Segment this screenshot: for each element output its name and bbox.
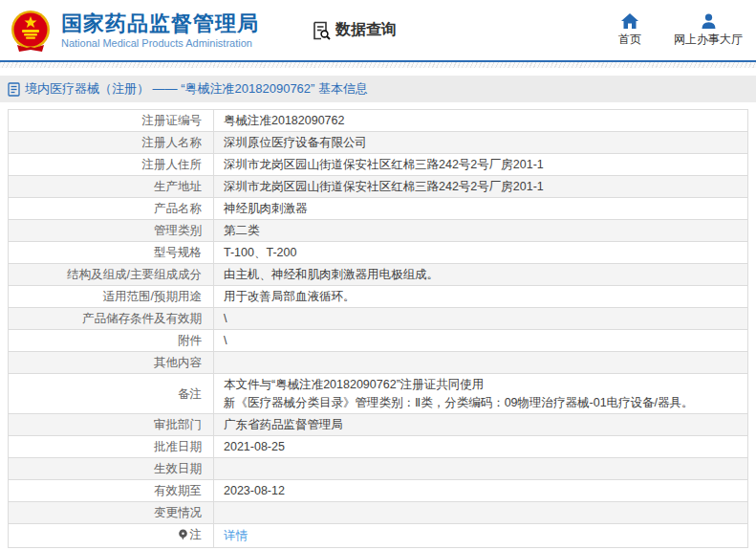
nav-data-query-label: 数据查询 <box>335 20 397 40</box>
table-row: 变更情况 <box>9 502 748 524</box>
row-value: \ <box>214 330 748 352</box>
table-row: 适用范围/预期用途用于改善局部血液循环。 <box>9 286 748 308</box>
row-value: 本文件与“粤械注准20182090762”注册证共同使用新《医疗器械分类目录》管… <box>214 374 748 414</box>
row-value <box>214 458 748 480</box>
row-label: 产品名称 <box>9 198 214 220</box>
table-row: 产品储存条件及有效期\ <box>9 308 748 330</box>
row-label: 注 <box>9 524 214 548</box>
row-label: 管理类别 <box>9 220 214 242</box>
breadcrumb: 境内医疗器械（注册） —— “粤械注准20182090762” 基本信息 <box>0 76 756 102</box>
table-row: 其他内容 <box>9 352 748 374</box>
row-value: 广东省药品监督管理局 <box>214 414 748 436</box>
row-label: 注册人住所 <box>9 154 214 176</box>
site-title: 国家药品监督管理局 <box>61 11 259 36</box>
row-label: 批准日期 <box>9 436 214 458</box>
national-emblem-logo <box>8 9 54 55</box>
table-row: 注册人名称深圳原位医疗设备有限公司 <box>9 132 748 154</box>
details-link[interactable]: 详情 <box>224 529 248 542</box>
home-icon <box>621 13 638 29</box>
row-value: 第二类 <box>214 220 748 242</box>
breadcrumb-text: 境内医疗器械（注册） —— “粤械注准20182090762” 基本信息 <box>25 80 368 98</box>
row-label: 备注 <box>9 374 214 414</box>
table-row: 产品名称神经肌肉刺激器 <box>9 198 748 220</box>
row-value: 用于改善局部血液循环。 <box>214 286 748 308</box>
user-icon <box>701 13 717 29</box>
nav-online-hall[interactable]: 网上办事大厅 <box>674 13 743 48</box>
row-label: 其他内容 <box>9 352 214 374</box>
row-label: 结构及组成/主要组成成分 <box>9 264 214 286</box>
nav-data-query[interactable]: 数据查询 <box>311 20 397 41</box>
table-row: 型号规格T-100、T-200 <box>9 242 748 264</box>
row-label: 注册证编号 <box>9 110 214 132</box>
row-value: 2023-08-12 <box>214 480 748 502</box>
table-row: 有效期至2023-08-12 <box>9 480 748 502</box>
table-row: 审批部门广东省药品监督管理局 <box>9 414 748 436</box>
row-value <box>214 352 748 374</box>
row-value: T-100、T-200 <box>214 242 748 264</box>
row-value: 由主机、神经和肌肉刺激器用电极组成。 <box>214 264 748 286</box>
row-label: 注册人名称 <box>9 132 214 154</box>
table-row: 注册证编号粤械注准20182090762 <box>9 110 748 132</box>
table-row: 注详情 <box>9 524 748 548</box>
nav-home-label: 首页 <box>618 32 641 48</box>
nav-home[interactable]: 首页 <box>618 13 641 48</box>
row-label: 生效日期 <box>9 458 214 480</box>
row-value <box>214 502 748 524</box>
row-value: 深圳原位医疗设备有限公司 <box>214 132 748 154</box>
site-subtitle: National Medical Products Administration <box>61 37 259 49</box>
document-icon <box>8 82 20 97</box>
row-value-line: 本文件与“粤械注准20182090762”注册证共同使用 <box>224 377 738 392</box>
brand-block: 国家药品监督管理局 National Medical Products Admi… <box>61 11 259 49</box>
row-label: 适用范围/预期用途 <box>9 286 214 308</box>
row-label: 变更情况 <box>9 502 214 524</box>
row-value: 粤械注准20182090762 <box>214 110 748 132</box>
note-balloon-icon <box>178 529 188 544</box>
site-header: 国家药品监督管理局 National Medical Products Admi… <box>0 0 756 60</box>
row-value: 详情 <box>214 524 748 548</box>
row-label: 产品储存条件及有效期 <box>9 308 214 330</box>
row-value: 深圳市龙岗区园山街道保安社区红棉三路242号2号厂房201-1 <box>214 154 748 176</box>
table-row: 批准日期2021-08-25 <box>9 436 748 458</box>
row-label: 审批部门 <box>9 414 214 436</box>
row-value: 2021-08-25 <box>214 436 748 458</box>
header-hatch-strip <box>0 62 756 68</box>
info-table-body: 注册证编号粤械注准20182090762注册人名称深圳原位医疗设备有限公司注册人… <box>9 110 748 548</box>
row-label: 附件 <box>9 330 214 352</box>
row-value: 神经肌肉刺激器 <box>214 198 748 220</box>
data-query-icon <box>311 20 332 41</box>
table-row: 生效日期 <box>9 458 748 480</box>
row-label: 生产地址 <box>9 176 214 198</box>
row-label: 型号规格 <box>9 242 214 264</box>
registration-info-table: 注册证编号粤械注准20182090762注册人名称深圳原位医疗设备有限公司注册人… <box>8 109 748 548</box>
table-row: 管理类别第二类 <box>9 220 748 242</box>
row-value-line: 新《医疗器械分类目录》管理类别：Ⅱ类，分类编码：09物理治疗器械-01电疗设备/… <box>224 395 738 410</box>
table-row: 生产地址深圳市龙岗区园山街道保安社区红棉三路242号2号厂房201-1 <box>9 176 748 198</box>
table-row: 结构及组成/主要组成成分由主机、神经和肌肉刺激器用电极组成。 <box>9 264 748 286</box>
row-label: 有效期至 <box>9 480 214 502</box>
row-value: \ <box>214 308 748 330</box>
table-row: 备注本文件与“粤械注准20182090762”注册证共同使用新《医疗器械分类目录… <box>9 374 748 414</box>
row-value: 深圳市龙岗区园山街道保安社区红棉三路242号2号厂房201-1 <box>214 176 748 198</box>
table-row: 注册人住所深圳市龙岗区园山街道保安社区红棉三路242号2号厂房201-1 <box>9 154 748 176</box>
table-row: 附件\ <box>9 330 748 352</box>
nav-online-hall-label: 网上办事大厅 <box>674 32 743 48</box>
